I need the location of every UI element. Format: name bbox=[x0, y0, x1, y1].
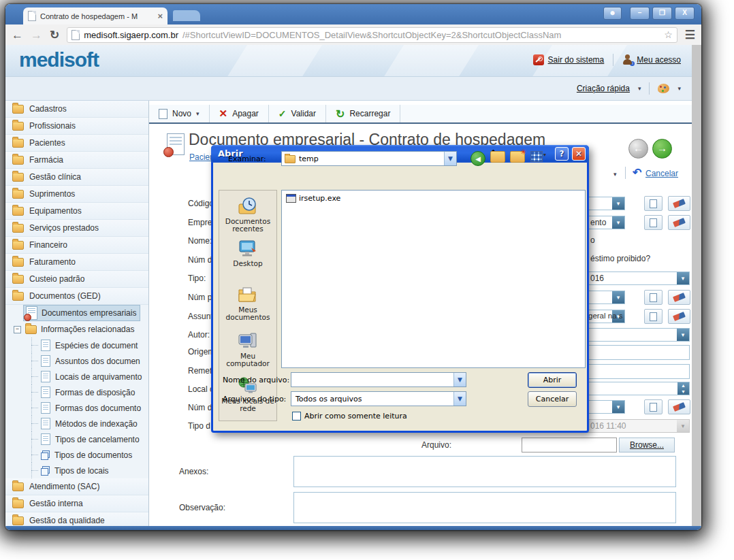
place-recent-documents[interactable]: Documentos recentes bbox=[219, 196, 276, 233]
dialog-help-button[interactable]: ? bbox=[555, 147, 569, 161]
chevron-down-icon[interactable]: ▾ bbox=[613, 171, 617, 178]
page-scrollbar[interactable] bbox=[692, 45, 701, 526]
readonly-checkbox[interactable] bbox=[292, 412, 301, 421]
profile-button[interactable]: ☻ bbox=[603, 7, 622, 20]
sidebar-item-documentos-ged[interactable]: Documentos (GED) bbox=[5, 288, 148, 305]
copy-button[interactable] bbox=[644, 215, 663, 230]
tree-item-locais-arquivamento[interactable]: Locais de arquivamento bbox=[5, 369, 148, 384]
tree-group-informacoes[interactable]: − Informações relacionadas bbox=[5, 321, 148, 337]
quick-create-link[interactable]: Criação rápida bbox=[577, 84, 630, 93]
tree-item-especies[interactable]: Espécies de document bbox=[5, 337, 148, 353]
close-button[interactable]: X bbox=[675, 7, 695, 20]
chevron-down-icon[interactable]: ▾ bbox=[638, 85, 641, 92]
select-arrow[interactable]: ▾ bbox=[612, 291, 624, 303]
erase-button[interactable] bbox=[668, 215, 690, 230]
combo-arrow[interactable]: ▼ bbox=[453, 373, 466, 386]
tree-item-tipos-locais[interactable]: Tipos de locais bbox=[5, 463, 148, 478]
sidebar-item-atendimento[interactable]: Atendimento (SAC) bbox=[5, 478, 148, 495]
chevron-down-icon[interactable]: ▾ bbox=[677, 85, 681, 92]
combo-arrow[interactable]: ▼ bbox=[444, 152, 456, 165]
bookmark-star-icon[interactable]: ☆ bbox=[664, 29, 673, 40]
place-my-computer[interactable]: Meu computador bbox=[219, 331, 276, 367]
tab-close-icon[interactable]: × bbox=[157, 12, 163, 20]
place-desktop[interactable]: Desktop bbox=[219, 238, 276, 267]
erase-button[interactable] bbox=[668, 196, 690, 211]
novo-button[interactable]: Novo ▾ bbox=[149, 105, 210, 122]
file-type-combo[interactable]: Todos os arquivos ▼ bbox=[291, 391, 466, 406]
dialog-cancel-button[interactable]: Cancelar bbox=[528, 391, 577, 407]
sidebar-item-profissionais[interactable]: Profissionais bbox=[5, 118, 148, 135]
tree-item-formas-documentos[interactable]: Formas dos documento bbox=[5, 400, 148, 416]
theme-palette-icon[interactable] bbox=[658, 84, 669, 93]
observacao-box[interactable] bbox=[293, 492, 676, 523]
menu-icon[interactable]: ☰ bbox=[685, 29, 695, 41]
sidebar-item-faturamento[interactable]: Faturamento bbox=[5, 254, 148, 271]
sidebar-item-gestao-clinica[interactable]: Gestão clínica bbox=[5, 169, 148, 186]
file-list[interactable]: irsetup.exe bbox=[281, 190, 586, 368]
new-tab-button[interactable] bbox=[173, 10, 200, 21]
erase-button[interactable] bbox=[668, 309, 690, 324]
minimize-button[interactable]: – bbox=[630, 7, 650, 20]
sidebar-item-pacientes[interactable]: Pacientes bbox=[5, 135, 148, 152]
anexos-box[interactable] bbox=[293, 456, 676, 487]
browser-tab[interactable]: Contrato de hospedagem - M × bbox=[23, 7, 167, 24]
restore-button[interactable]: ❐ bbox=[652, 7, 672, 20]
chevron-down-icon[interactable]: ▾ bbox=[543, 152, 546, 158]
copy-button[interactable] bbox=[644, 290, 663, 305]
select-arrow[interactable]: ▾ bbox=[612, 197, 624, 210]
back-icon[interactable]: ← bbox=[12, 29, 23, 41]
arquivo-input[interactable] bbox=[522, 438, 617, 452]
sidebar-item-servicos[interactable]: Serviços prestados bbox=[5, 220, 148, 237]
sidebar-item-equipamentos[interactable]: Equipamentos bbox=[5, 203, 148, 220]
spinner-arrows[interactable]: ▲▼ bbox=[677, 382, 689, 395]
validar-button[interactable]: ✓ Validar bbox=[269, 105, 326, 122]
erase-button[interactable] bbox=[668, 290, 690, 305]
dialog-open-button[interactable]: Abrir bbox=[528, 372, 577, 388]
select-arrow[interactable]: ▾ bbox=[612, 216, 624, 229]
prev-record-button[interactable]: ← bbox=[628, 139, 648, 159]
browse-button[interactable]: Browse... bbox=[619, 438, 675, 452]
copy-button[interactable] bbox=[644, 399, 663, 414]
tree-item-documentos-empresariais[interactable]: Documentos empresariais bbox=[5, 305, 148, 321]
dialog-back-icon[interactable]: ◀ bbox=[470, 151, 485, 166]
up-folder-icon[interactable]: ↑ bbox=[490, 148, 505, 163]
collapse-icon[interactable]: − bbox=[14, 326, 21, 333]
combo-arrow[interactable]: ▼ bbox=[453, 392, 466, 406]
logout-link[interactable]: Sair do sistema bbox=[533, 54, 605, 65]
next-record-button[interactable]: → bbox=[652, 139, 672, 159]
reload-icon[interactable]: ↻ bbox=[50, 29, 59, 41]
tree-item-formas-disposicao[interactable]: Formas de disposição bbox=[5, 384, 148, 400]
apagar-button[interactable]: ✕ Apagar bbox=[210, 105, 269, 122]
tree-item-metodos-indexacao[interactable]: Métodos de indexação bbox=[5, 416, 148, 431]
tree-item-tipos-cancelamento[interactable]: Tipos de cancelamento bbox=[5, 431, 148, 447]
select-arrow[interactable]: ▾ bbox=[677, 272, 689, 284]
sidebar-item-gestao-interna[interactable]: Gestão interna bbox=[5, 495, 148, 512]
copy-button[interactable] bbox=[644, 309, 663, 324]
my-access-link[interactable]: i Meu acesso bbox=[622, 54, 681, 65]
file-item[interactable]: irsetup.exe bbox=[286, 194, 340, 203]
sidebar-item-financeiro[interactable]: Financeiro bbox=[5, 237, 148, 254]
cancel-link[interactable]: Cancelar bbox=[645, 169, 678, 178]
tree-item-tipos-documentos[interactable]: Tipos de documentos bbox=[5, 447, 148, 463]
dialog-close-button[interactable]: ✕ bbox=[572, 147, 586, 161]
select-arrow[interactable]: ▾ bbox=[677, 329, 689, 341]
sidebar-item-custeio[interactable]: Custeio padrão bbox=[5, 271, 148, 288]
views-icon[interactable]: ▾ bbox=[530, 148, 545, 163]
sidebar-item-cadastros[interactable]: Cadastros bbox=[5, 101, 148, 118]
my-computer-icon bbox=[238, 331, 258, 351]
place-my-documents[interactable]: Meus documentos bbox=[219, 284, 276, 321]
url-bar[interactable]: medisoft.sigaerp.com.br /#ShortcutViewID… bbox=[67, 27, 677, 43]
tree-item-assuntos[interactable]: Assuntos dos documen bbox=[5, 353, 148, 369]
select-arrow[interactable]: ▾ bbox=[612, 401, 624, 413]
new-folder-icon[interactable]: ✳ bbox=[510, 148, 525, 163]
look-in-combo[interactable]: temp ▼ bbox=[281, 151, 457, 166]
exe-file-icon bbox=[286, 194, 296, 203]
erase-button[interactable] bbox=[668, 399, 690, 414]
sidebar-item-gestao-qualidade[interactable]: Gestão da qualidade bbox=[5, 512, 148, 526]
file-name-combo[interactable]: ▼ bbox=[291, 372, 466, 387]
recarregar-button[interactable]: ↻ Recarregar bbox=[326, 105, 400, 122]
sidebar-item-suprimentos[interactable]: Suprimentos bbox=[5, 186, 148, 203]
sidebar-item-farmacia[interactable]: Farmácia bbox=[5, 152, 148, 169]
chevron-down-icon[interactable]: ▾ bbox=[196, 110, 200, 117]
copy-button[interactable] bbox=[644, 196, 663, 211]
